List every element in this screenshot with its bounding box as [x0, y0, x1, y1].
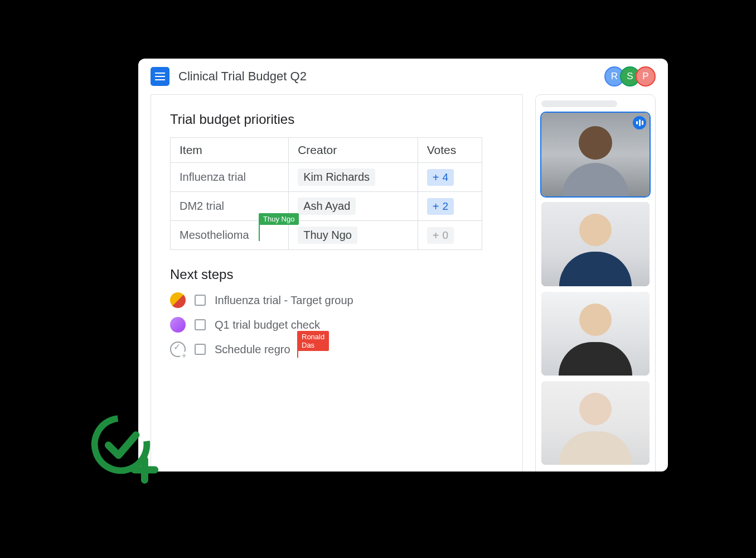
video-tile[interactable]	[541, 381, 650, 465]
document-title[interactable]: Clinical Trial Budget Q2	[178, 69, 600, 84]
checkbox[interactable]	[195, 295, 206, 306]
collaborator-cursor-flag: Thuy Ngo	[259, 213, 299, 225]
meet-header-placeholder	[541, 100, 617, 107]
assignee-avatar[interactable]	[170, 317, 186, 333]
plus-icon: +	[433, 201, 439, 212]
col-creator: Creator	[289, 138, 418, 163]
vote-count: 4	[442, 171, 448, 184]
checklist-item: Q1 trial budget check	[170, 312, 508, 337]
docs-icon[interactable]	[151, 67, 169, 86]
checklist-item: Schedule regro Ronald Das	[170, 337, 508, 362]
collaborator-avatars: R S P	[609, 66, 656, 86]
collaborator-cursor-flag: Ronald Das	[297, 331, 329, 351]
vote-chip[interactable]: +0	[427, 227, 454, 244]
meet-controls	[541, 470, 650, 472]
body: Trial budget priorities Item Creator Vot…	[138, 94, 668, 472]
creator-chip[interactable]: Thuy Ngo	[298, 227, 357, 244]
plus-icon: +	[433, 230, 439, 241]
table-row: Mesothelioma Thuy Ngo Thuy Ngo +0	[171, 221, 482, 250]
add-task-icon[interactable]	[170, 341, 186, 357]
checkbox[interactable]	[195, 344, 206, 355]
creator-chip[interactable]: Ash Ayad	[298, 198, 356, 215]
checkbox[interactable]	[195, 319, 206, 330]
assignee-avatar-group[interactable]	[170, 292, 186, 308]
table-row: Influenza trial Kim Richards +4	[171, 163, 482, 192]
collaborator-cursor-line	[259, 224, 260, 241]
vote-count: 2	[442, 200, 448, 213]
table-row: DM2 trial Ash Ayad +2	[171, 192, 482, 221]
header: Clinical Trial Budget Q2 R S P	[138, 59, 668, 94]
document-page[interactable]: Trial budget priorities Item Creator Vot…	[151, 94, 523, 472]
priorities-heading: Trial budget priorities	[170, 112, 508, 127]
collaborator-avatar-p[interactable]: P	[636, 66, 656, 86]
creator-chip[interactable]: Kim Richards	[298, 169, 375, 186]
vote-chip[interactable]: +2	[427, 198, 454, 215]
video-tile[interactable]	[541, 292, 650, 376]
meet-panel	[535, 94, 656, 472]
checklist-label[interactable]: Q1 trial budget check	[215, 319, 320, 331]
speaking-indicator-icon	[633, 116, 646, 129]
vote-count: 0	[442, 229, 448, 242]
video-tile[interactable]	[541, 113, 650, 196]
col-item: Item	[171, 138, 289, 163]
plus-icon: +	[433, 172, 439, 183]
col-votes: Votes	[418, 138, 482, 163]
video-tile[interactable]	[541, 202, 650, 286]
check-add-decorative-icon	[88, 412, 161, 484]
item-cell[interactable]: Influenza trial	[171, 163, 289, 192]
checklist-label[interactable]: Schedule regro	[215, 343, 290, 355]
next-steps-heading: Next steps	[170, 267, 508, 282]
vote-chip[interactable]: +4	[427, 169, 454, 186]
checklist-item: Influenza trial - Target group	[170, 288, 508, 312]
checklist-label[interactable]: Influenza trial - Target group	[215, 294, 353, 307]
app-window: Clinical Trial Budget Q2 R S P Trial bud…	[138, 59, 668, 472]
next-steps-section: Next steps Influenza trial - Target grou…	[170, 267, 508, 362]
priorities-table: Item Creator Votes Influenza trial Kim R…	[170, 137, 482, 250]
item-cell[interactable]: Mesothelioma	[180, 229, 249, 241]
